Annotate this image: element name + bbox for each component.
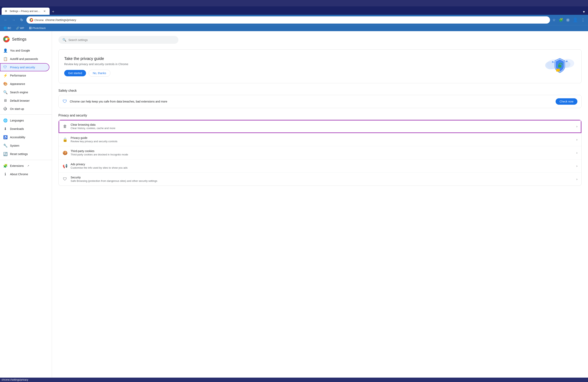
ads-privacy-title: Ads privacy [71,163,573,166]
ads-privacy-subtitle: Customise the info used by sites to show… [71,166,573,169]
sidebar-item-reset[interactable]: 🔄 Reset settings [0,150,49,158]
privacy-guide-description: Review key privacy and security controls… [64,62,128,66]
menu-button[interactable]: ⋮ [580,17,586,23]
bookmark-photostack[interactable]: 🖼 PhotoStack [28,26,47,30]
privacy-guide-list-title: Privacy guide [71,136,573,139]
refresh-button[interactable]: ↻ [18,17,25,23]
close-tab-button[interactable]: ✕ [43,9,46,13]
new-tab-button[interactable]: + [50,9,56,15]
safety-check-section-title: Safety check [58,89,582,93]
extension-puzzle-button[interactable]: 🧩 [558,17,564,23]
sidebar-item-accessibility[interactable]: ♿ Accessibility [0,133,49,141]
sidebar-item-downloads[interactable]: ⬇ Downloads [0,125,49,133]
sidebar-label-downloads: Downloads [10,127,24,131]
bookmark-wp[interactable]: 🔗 WP [15,26,25,30]
clear-browsing-data-subtitle: Clear history, cookies, cache and more [71,127,573,130]
system-icon: 🔧 [3,143,7,148]
clear-browsing-data-chevron: › [576,125,577,128]
sidebar: Settings 👤 You and Google 📋 Autofill and… [0,31,52,378]
chrome-logo-icon [30,18,33,22]
sidebar-label-accessibility: Accessibility [10,136,25,139]
clear-browsing-data-icon: 🗑 [63,124,67,129]
settings-chrome-logo [3,36,10,42]
sidebar-item-performance[interactable]: ⚡ Performance [0,71,49,80]
no-thanks-button[interactable]: No, thanks [89,70,110,76]
sidebar-label-on-startup: On start-up [10,107,24,111]
privacy-icon: 🛡 [3,65,7,69]
sidebar-item-privacy[interactable]: 🛡 Privacy and security [0,63,49,71]
split-view-button[interactable]: ⊞ [566,17,570,23]
privacy-illustration-svg [544,54,576,78]
you-and-google-icon: 👤 [3,48,7,53]
about-chrome-icon: ℹ [3,172,7,176]
chrome-label: Chrome [34,19,43,21]
privacy-guide-list-icon: 🔒 [63,137,67,142]
settings-item-third-party-cookies[interactable]: 🍪 Third-party cookies Third-party cookie… [59,146,581,159]
cookies-subtitle: Third-party cookies are blocked in Incog… [71,153,573,156]
browser-frame: ⚙ Settings – Privacy and secu... ✕ + ▾ ←… [0,0,588,382]
profile-dropdown-button[interactable]: ▾ [581,9,587,15]
clear-browsing-data-text: Clear browsing data Clear history, cooki… [71,123,573,130]
privacy-guide-card: Take the privacy guide Review key privac… [58,49,582,83]
sidebar-item-autofill[interactable]: 📋 Autofill and passwords [0,55,49,63]
cookies-title: Third-party cookies [71,150,573,153]
extensions-icon: 🧩 [3,164,7,168]
privacy-guide-list-text: Privacy guide Review key privacy and sec… [71,136,573,143]
ads-privacy-chevron: › [576,164,577,168]
get-started-button[interactable]: Get started [64,70,86,76]
settings-item-security[interactable]: 🛡 Security Safe Browsing (protection fro… [59,173,581,186]
tab-favicon: ⚙ [5,10,8,13]
sidebar-item-you-and-google[interactable]: 👤 You and Google [0,46,49,55]
security-text: Security Safe Browsing (protection from … [71,176,573,182]
sidebar-item-search-engine[interactable]: 🔍 Search engine [0,88,49,96]
safety-check-left: 🛡 Chrome can help keep you safe from dat… [63,99,167,104]
privacy-guide-buttons: Get started No, thanks [64,70,128,76]
sidebar-item-about-chrome[interactable]: ℹ About Chrome [0,170,49,178]
sidebar-label-system: System [10,144,20,147]
settings-item-privacy-guide[interactable]: 🔒 Privacy guide Review key privacy and s… [59,133,581,146]
address-text: chrome://settings/privacy [45,18,547,21]
settings-item-ads-privacy[interactable]: 📢 Ads privacy Customise the info used by… [59,159,581,173]
check-now-button[interactable]: Check now [556,98,577,105]
on-startup-icon: ⏻ [3,107,7,111]
sidebar-item-default-browser[interactable]: 🖥 Default browser [0,96,49,105]
tab-bar: ⚙ Settings – Privacy and secu... ✕ + ▾ [0,6,588,15]
sidebar-item-extensions[interactable]: 🧩 Extensions ↗ [0,162,49,170]
privacy-guide-text: Take the privacy guide Review key privac… [64,56,128,76]
security-icon: 🛡 [63,177,67,181]
sidebar-label-reset: Reset settings [10,153,28,156]
svg-rect-8 [558,65,561,68]
bookmark-photostack-icon: 🖼 [29,27,32,30]
address-bar-input[interactable]: Chrome chrome://settings/privacy [26,16,550,24]
search-input[interactable] [68,38,174,41]
svg-rect-9 [556,69,560,72]
sidebar-header: Settings [0,34,52,46]
active-tab[interactable]: ⚙ Settings – Privacy and secu... ✕ [1,8,50,15]
privacy-security-section-title: Privacy and security [58,114,582,117]
sidebar-label-appearance: Appearance [10,82,25,86]
sidebar-divider-1 [0,115,52,115]
bookmark-bc[interactable]: 🌐 BC [2,26,12,30]
accessibility-icon: ♿ [3,135,7,139]
sidebar-label-you-and-google: You and Google [10,49,30,52]
sidebar-item-appearance[interactable]: 🎨 Appearance [0,80,49,88]
back-button[interactable]: ← [2,17,9,23]
sidebar-item-on-startup[interactable]: ⏻ On start-up [0,105,49,113]
downloads-icon: ⬇ [3,127,7,131]
svg-point-1 [31,19,32,21]
forward-button[interactable]: → [10,17,17,23]
sidebar-label-search-engine: Search engine [10,91,28,94]
ads-privacy-icon: 📢 [63,164,67,169]
search-bar[interactable]: 🔍 [58,36,178,44]
title-bar [0,0,588,6]
sidebar-label-autofill: Autofill and passwords [10,57,38,60]
profile-avatar-button[interactable]: 👤 [572,17,579,23]
autofill-icon: 📋 [3,57,7,61]
sidebar-item-system[interactable]: 🔧 System [0,141,49,150]
page-content: Settings 👤 You and Google 📋 Autofill and… [0,31,588,378]
settings-item-clear-browsing-data[interactable]: 🗑 Clear browsing data Clear history, coo… [59,120,581,133]
bookmark-wp-icon: 🔗 [16,27,19,30]
bookmark-star-button[interactable]: ☆ [552,17,556,23]
sidebar-item-languages[interactable]: 🌐 Languages [0,116,49,125]
privacy-guide-list-subtitle: Review key privacy and security controls [71,140,573,143]
